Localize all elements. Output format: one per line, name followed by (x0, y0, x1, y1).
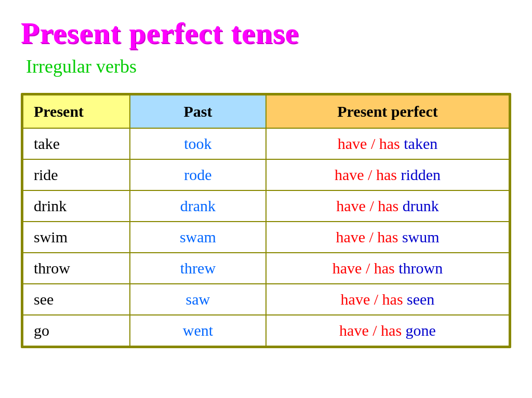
pp-participle: swum (402, 228, 440, 245)
pp-have-has: have / has (339, 322, 405, 339)
pp-have-has: have / has (336, 197, 402, 214)
pp-have-has: have / has (335, 166, 401, 183)
header-present: Present (23, 95, 130, 128)
table-row: drinkdrankhave / has drunk (23, 190, 509, 222)
table-wrapper: Present Past Present perfect taketookhav… (21, 93, 511, 348)
past-cell: swam (130, 222, 266, 253)
present-cell: go (23, 315, 130, 346)
verb-table: Present Past Present perfect taketookhav… (22, 94, 510, 347)
subtitle: Irregular verbs (26, 56, 511, 77)
present-cell: swim (23, 222, 130, 253)
table-header-row: Present Past Present perfect (23, 95, 509, 128)
pp-participle: ridden (401, 166, 441, 183)
present-cell: see (23, 284, 130, 315)
pp-participle: thrown (398, 259, 443, 277)
present-cell: throw (23, 253, 130, 284)
past-cell: went (130, 315, 266, 346)
table-row: seesawhave / has seen (23, 284, 509, 315)
table-row: taketookhave / has taken (23, 128, 509, 159)
table-row: riderodehave / has ridden (23, 159, 509, 190)
present-perfect-cell: have / has drunk (266, 190, 509, 222)
present-cell: ride (23, 159, 130, 190)
present-perfect-cell: have / has swum (266, 222, 509, 253)
pp-participle: drunk (403, 197, 439, 214)
main-title: Present perfect tense (21, 16, 511, 50)
table-row: gowenthave / has gone (23, 315, 509, 346)
pp-have-has: have / has (338, 135, 404, 152)
present-perfect-cell: have / has seen (266, 284, 509, 315)
present-perfect-cell: have / has thrown (266, 253, 509, 284)
pp-have-has: have / has (332, 259, 398, 277)
pp-participle: taken (404, 135, 437, 152)
table-row: throwthrewhave / has thrown (23, 253, 509, 284)
pp-have-has: have / has (336, 228, 402, 245)
past-cell: took (130, 128, 266, 159)
past-cell: drank (130, 190, 266, 222)
header-present-perfect: Present perfect (266, 95, 509, 128)
table-row: swimswamhave / has swum (23, 222, 509, 253)
present-perfect-cell: have / has gone (266, 315, 509, 346)
pp-participle: seen (407, 291, 434, 308)
pp-have-has: have / has (341, 291, 407, 308)
pp-participle: gone (406, 322, 436, 339)
present-perfect-cell: have / has taken (266, 128, 509, 159)
header-past: Past (130, 95, 266, 128)
present-perfect-cell: have / has ridden (266, 159, 509, 190)
present-cell: take (23, 128, 130, 159)
page-container: Present perfect tense Irregular verbs Pr… (0, 0, 532, 398)
past-cell: saw (130, 284, 266, 315)
present-cell: drink (23, 190, 130, 222)
past-cell: threw (130, 253, 266, 284)
past-cell: rode (130, 159, 266, 190)
